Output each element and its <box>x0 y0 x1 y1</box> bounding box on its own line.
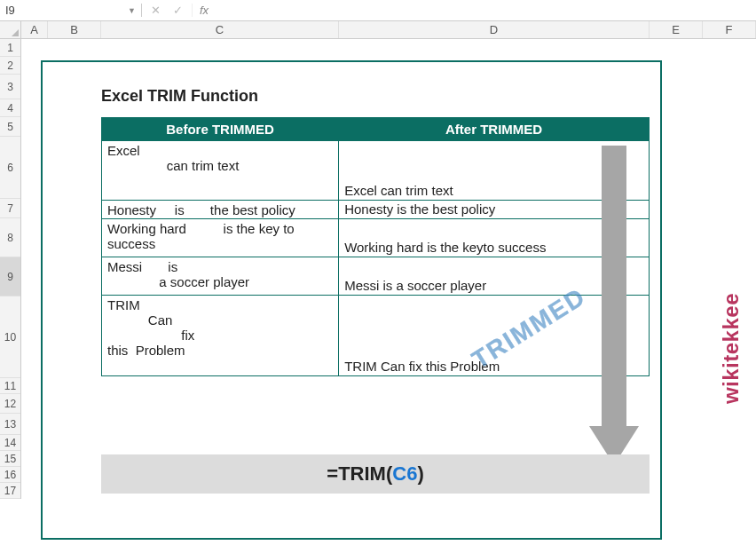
col-header-F[interactable]: F <box>703 21 756 38</box>
before-cell[interactable]: Excel can trim text <box>102 141 339 200</box>
enter-icon[interactable]: ✓ <box>173 4 183 17</box>
row-header-12[interactable]: 12 <box>0 394 20 414</box>
row-headers: 1 2 3 4 5 6 7 8 9 10 11 12 13 14 15 16 1… <box>0 39 21 499</box>
select-all-cell[interactable] <box>0 21 21 38</box>
name-box-dropdown-icon[interactable]: ▼ <box>128 6 136 15</box>
col-header-C[interactable]: C <box>101 21 339 38</box>
fx-icon[interactable]: fx <box>193 4 209 17</box>
row-header-16[interactable]: 16 <box>0 467 20 483</box>
row-header-13[interactable]: 13 <box>0 414 20 435</box>
row-header-4[interactable]: 4 <box>0 99 20 117</box>
row-header-6[interactable]: 6 <box>0 137 20 199</box>
name-box-value: I9 <box>5 4 15 17</box>
row-header-17[interactable]: 17 <box>0 483 20 499</box>
row-header-15[interactable]: 15 <box>0 451 20 467</box>
name-box[interactable]: I9 ▼ <box>0 4 142 17</box>
before-cell[interactable]: TRIM Can fix this Problem <box>102 296 339 375</box>
col-header-E[interactable]: E <box>650 21 703 38</box>
col-header-A[interactable]: A <box>21 21 48 38</box>
table-row: Excel can trim text Excel can trim text <box>102 140 649 200</box>
column-headers: A B C D E F <box>0 21 756 39</box>
col-header-B[interactable]: B <box>48 21 101 38</box>
table-row: Honesty is the best policy Honesty is th… <box>102 200 649 218</box>
row-header-11[interactable]: 11 <box>0 378 20 394</box>
formula-bar-icons: ✕ ✓ <box>142 4 193 17</box>
row-header-1[interactable]: 1 <box>0 39 20 57</box>
formula-ref: C6 <box>392 462 417 486</box>
watermark: wikitekkee <box>719 293 744 404</box>
row-header-3[interactable]: 3 <box>0 75 20 99</box>
cells-area[interactable]: Excel TRIM Function Before TRIMMED After… <box>21 39 756 499</box>
grid: 1 2 3 4 5 6 7 8 9 10 11 12 13 14 15 16 1… <box>0 39 756 499</box>
cancel-icon[interactable]: ✕ <box>151 4 161 17</box>
before-cell[interactable]: Messi is a soccer player <box>102 257 339 295</box>
row-header-10[interactable]: 10 <box>0 296 20 378</box>
down-arrow-icon <box>589 146 639 465</box>
row-header-8[interactable]: 8 <box>0 218 20 257</box>
table-header: Before TRIMMED After TRIMMED <box>102 118 649 140</box>
table-row: Working hard is the key to success Worki… <box>102 218 649 257</box>
row-header-7[interactable]: 7 <box>0 199 20 218</box>
row-header-5[interactable]: 5 <box>0 117 20 137</box>
header-after: After TRIMMED <box>339 118 649 140</box>
row-header-2[interactable]: 2 <box>0 57 20 75</box>
header-before: Before TRIMMED <box>102 118 339 140</box>
col-header-D[interactable]: D <box>339 21 650 38</box>
formula-bar: I9 ▼ ✕ ✓ fx <box>0 0 756 21</box>
page-title: Excel TRIM Function <box>101 87 258 106</box>
before-cell[interactable]: Honesty is the best policy <box>102 201 339 218</box>
row-header-9[interactable]: 9 <box>0 257 20 296</box>
formula-prefix: =TRIM( <box>327 462 392 486</box>
row-header-14[interactable]: 14 <box>0 435 20 451</box>
formula-display: =TRIM(C6) <box>101 454 650 494</box>
trim-table: Before TRIMMED After TRIMMED Excel can t… <box>101 117 650 376</box>
before-cell[interactable]: Working hard is the key to success <box>102 219 339 257</box>
formula-suffix: ) <box>417 462 423 486</box>
